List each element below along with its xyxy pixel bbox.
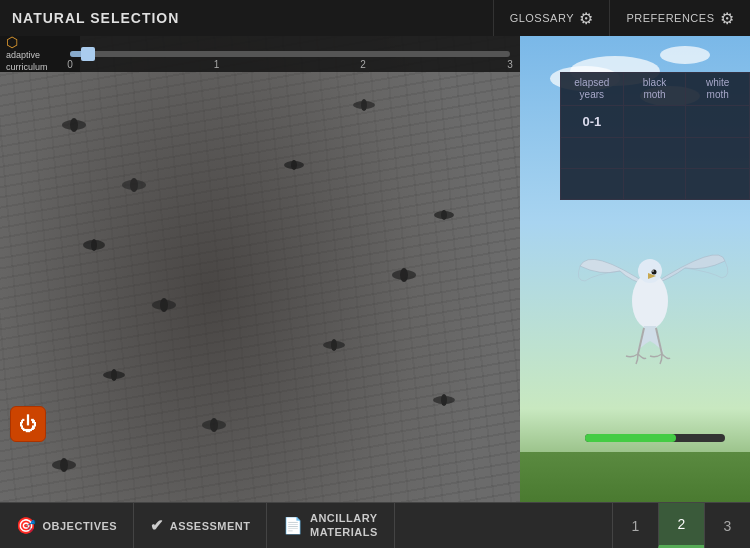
data-table: elapsedyears blackmoth whitemoth 0-1	[560, 72, 750, 200]
logo-line2: curriculum	[6, 62, 48, 74]
row2-white	[686, 138, 749, 168]
row3-years	[561, 169, 624, 199]
page-3-button[interactable]: 3	[704, 503, 750, 548]
svg-point-28	[652, 270, 657, 275]
main-content: ⬡ adaptive curriculum 0 1 2 3 elapsedyea…	[0, 36, 750, 502]
data-row-1: 0-1	[561, 106, 749, 138]
row1-years: 0-1	[561, 106, 624, 137]
col-black-moth: blackmoth	[624, 73, 687, 105]
row2-black	[624, 138, 687, 168]
header-controls: GLOSSARY ⚙ PREFERENCES ⚙	[493, 0, 750, 36]
logo-line1: adaptive	[6, 50, 40, 62]
cloud-4	[660, 46, 710, 64]
tick-0: 0	[67, 59, 73, 70]
preferences-icon: ⚙	[720, 9, 735, 28]
objectives-label: OBJECTIVES	[43, 520, 118, 532]
svg-point-9	[111, 369, 117, 381]
preferences-label: PREFERENCES	[626, 12, 714, 24]
page-numbers: 1 2 3	[612, 503, 750, 548]
moth-6	[200, 416, 228, 434]
row3-white	[686, 169, 749, 199]
ancillary-icon: 📄	[283, 516, 304, 535]
grass	[520, 452, 750, 502]
col-white-moth: whitemoth	[686, 73, 749, 105]
svg-point-23	[441, 210, 447, 220]
svg-point-15	[331, 339, 337, 351]
footer: 🎯 OBJECTIVES ✔ ASSESSMENT 📄 ANCILLARYMAT…	[0, 502, 750, 548]
moth-8	[320, 336, 348, 354]
bird	[570, 186, 730, 406]
slider-container: ⬡ adaptive curriculum 0 1 2 3	[0, 36, 520, 72]
bird-progress-bar	[585, 434, 725, 442]
assessment-label: ASSESSMENT	[170, 520, 251, 532]
moth-11	[390, 266, 418, 284]
tick-1: 1	[214, 59, 220, 70]
svg-point-3	[130, 178, 138, 192]
svg-point-21	[400, 268, 408, 282]
page-1-button[interactable]: 1	[612, 503, 658, 548]
moth-2	[120, 176, 148, 194]
moth-7	[280, 156, 308, 174]
objectives-icon: 🎯	[16, 516, 37, 535]
app-title: NATURAL SELECTION	[0, 10, 179, 26]
moth-5	[100, 366, 128, 384]
glossary-icon: ⚙	[579, 9, 594, 28]
row2-years	[561, 138, 624, 168]
preferences-button[interactable]: PREFERENCES ⚙	[609, 0, 750, 36]
power-icon: ⏻	[19, 414, 37, 435]
moth-9	[50, 456, 78, 474]
row1-black	[624, 106, 687, 137]
slider-track[interactable]: 0 1 2 3	[70, 51, 510, 57]
svg-point-7	[160, 298, 168, 312]
svg-point-17	[60, 458, 68, 472]
page-2-button[interactable]: 2	[658, 503, 704, 548]
logo-icon: ⬡	[6, 36, 18, 50]
ancillary-materials-tab[interactable]: 📄 ANCILLARYMATERIALS	[267, 503, 394, 548]
row1-white	[686, 106, 749, 137]
svg-point-5	[91, 239, 97, 251]
moth-10	[350, 96, 378, 114]
svg-point-1	[70, 118, 78, 132]
moth-4	[150, 296, 178, 314]
assessment-icon: ✔	[150, 516, 164, 535]
svg-point-19	[361, 99, 367, 111]
ancillary-label: ANCILLARYMATERIALS	[310, 512, 378, 538]
glossary-label: GLOSSARY	[510, 12, 574, 24]
app-header: NATURAL SELECTION GLOSSARY ⚙ PREFERENCES…	[0, 0, 750, 36]
assessment-tab[interactable]: ✔ ASSESSMENT	[134, 503, 267, 548]
tick-2: 2	[360, 59, 366, 70]
tick-3: 3	[507, 59, 513, 70]
data-row-3	[561, 169, 749, 199]
col-elapsed-years: elapsedyears	[561, 73, 624, 105]
bird-progress-fill	[585, 434, 676, 442]
timeline-slider[interactable]: 0 1 2 3	[70, 51, 510, 57]
svg-point-29	[652, 270, 654, 272]
data-table-header: elapsedyears blackmoth whitemoth	[561, 73, 749, 106]
slider-ticks: 0 1 2 3	[70, 51, 510, 71]
moth-3	[80, 236, 108, 254]
svg-point-13	[291, 160, 297, 170]
moth-13	[430, 391, 458, 409]
svg-point-11	[210, 418, 218, 432]
glossary-button[interactable]: GLOSSARY ⚙	[493, 0, 610, 36]
svg-point-25	[441, 394, 447, 406]
objectives-tab[interactable]: 🎯 OBJECTIVES	[0, 503, 134, 548]
moth-1	[60, 116, 88, 134]
power-button[interactable]: ⏻	[10, 406, 46, 442]
row3-black	[624, 169, 687, 199]
svg-point-27	[638, 259, 662, 283]
moth-12	[430, 206, 458, 224]
data-row-2	[561, 138, 749, 169]
